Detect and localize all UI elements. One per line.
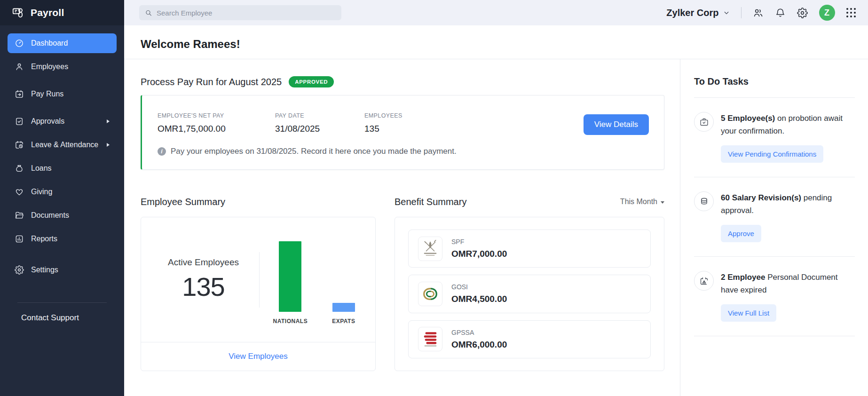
benefit-row-gpssa: GPSSA OMR6,000.00: [408, 320, 651, 358]
task-count: 60 Salary Revision(s): [721, 193, 801, 202]
view-details-button[interactable]: View Details: [584, 114, 649, 135]
benefit-amount: OMR7,000.00: [451, 249, 507, 259]
welcome-section: Welcome Ramees!: [124, 25, 868, 59]
person-icon: [15, 62, 24, 71]
nationals-label: NATIONALS: [273, 318, 308, 325]
sidebar-item-loans[interactable]: Loans: [8, 158, 117, 178]
calendar-alert-icon: [694, 271, 714, 291]
period-filter-dropdown[interactable]: This Month: [620, 198, 664, 206]
submenu-arrow-icon: [107, 143, 110, 147]
payrun-header: Process Pay Run for August 2025 APPROVED: [141, 76, 664, 87]
coins-icon: [694, 191, 714, 211]
folder-icon: [15, 211, 24, 220]
payrun-note-text: Pay your employees on 31/08/2025. Record…: [171, 147, 457, 156]
task-pending-confirmations: 5 Employee(s) on probotion await your co…: [694, 98, 855, 177]
task-text: 2 Employee Personal Document have expire…: [721, 271, 855, 296]
sidebar-item-pay-runs[interactable]: Pay Runs: [8, 84, 117, 104]
calendar-clock-icon: [15, 140, 24, 150]
sidebar-item-label: Documents: [31, 211, 69, 220]
benefit-info: GOSI OMR4,500.00: [451, 283, 507, 304]
sidebar-item-employees[interactable]: Employees: [8, 57, 117, 77]
benefit-info: SPF OMR7,000.00: [451, 238, 507, 259]
sidebar-item-leave-attendance[interactable]: Leave & Attendance: [8, 135, 117, 155]
payrun-title: Process Pay Run for August 2025: [141, 77, 282, 87]
sidebar-item-dashboard[interactable]: Dashboard: [8, 33, 117, 53]
settings-gear-icon[interactable]: [797, 8, 808, 18]
task-text: 60 Salary Revision(s) pending approval.: [721, 191, 855, 217]
employee-summary-footer: View Employees: [141, 342, 375, 371]
search-input[interactable]: [157, 9, 336, 17]
submenu-arrow-icon: [107, 119, 110, 123]
sidebar-item-label: Pay Runs: [31, 90, 63, 98]
view-employees-link[interactable]: View Employees: [229, 352, 287, 361]
sidebar-item-reports[interactable]: Reports: [8, 229, 117, 249]
contact-support-link[interactable]: Contact Support: [8, 303, 117, 323]
sidebar-item-giving[interactable]: Giving: [8, 182, 117, 202]
sidebar-item-label: Approvals: [31, 117, 64, 126]
apps-grid-icon[interactable]: [846, 8, 856, 18]
payrun-card: EMPLOYEE'S NET PAY OMR1,75,000.00 PAY DA…: [141, 95, 664, 170]
benefit-amount: OMR6,000.00: [451, 340, 507, 350]
task-count: 5 Employee(s): [721, 114, 775, 123]
status-badge: APPROVED: [289, 76, 334, 87]
dashboard-icon: [15, 39, 24, 48]
payrun-stats: EMPLOYEE'S NET PAY OMR1,75,000.00 PAY DA…: [158, 112, 647, 134]
stat-employees: EMPLOYEES 135: [364, 112, 402, 134]
org-switcher[interactable]: Zylker Corp: [666, 8, 729, 18]
task-expired-documents: 2 Employee Personal Document have expire…: [694, 257, 855, 336]
search-icon: [145, 9, 152, 17]
active-employees-count: 135: [150, 271, 256, 302]
stat-value: 135: [364, 124, 402, 134]
sidebar-item-label: Settings: [31, 266, 58, 274]
notifications-bell-icon[interactable]: [775, 8, 786, 18]
money-bag-icon: [15, 164, 24, 173]
gpssa-logo: [418, 327, 442, 351]
users-icon[interactable]: [753, 8, 764, 18]
chart-divider: [259, 252, 260, 308]
employee-summary-section: Employee Summary Active Employees 135: [141, 196, 376, 371]
sidebar-item-documents[interactable]: Documents: [8, 206, 117, 225]
period-filter-value: This Month: [620, 198, 657, 206]
view-pending-confirmations-button[interactable]: View Pending Confirmations: [721, 145, 823, 163]
payroll-app: Payroll Dashboard Employees Pay: [0, 0, 868, 396]
benefit-amount: OMR4,500.00: [451, 294, 507, 304]
payrun-note: i Pay your employees on 31/08/2025. Reco…: [158, 147, 647, 156]
benefit-info: GPSSA OMR6,000.00: [451, 329, 507, 350]
active-employees-label: Active Employees: [150, 257, 256, 268]
stat-value: 31/08/2025: [275, 124, 364, 134]
app-title: Payroll: [31, 7, 64, 18]
page-title: Welcome Ramees!: [141, 38, 852, 51]
benefit-summary-header: Benefit Summary This Month: [395, 196, 664, 207]
benefit-row-spf: SPF OMR7,000.00: [408, 230, 651, 268]
stat-label: EMPLOYEE'S NET PAY: [158, 112, 275, 119]
sidebar-nav: Dashboard Employees Pay Runs Approva: [0, 25, 124, 323]
app-logo: Payroll: [0, 0, 124, 25]
bar-chart: NATIONALS EXPATS: [262, 235, 366, 325]
bar-group-nationals: NATIONALS: [273, 241, 308, 325]
benefit-summary-section: Benefit Summary This Month: [395, 196, 664, 371]
stat-value: OMR1,75,000.00: [158, 124, 275, 134]
topbar-right-cluster: Zylker Corp Z: [666, 5, 856, 21]
main-column: Process Pay Run for August 2025 APPROVED…: [124, 59, 680, 396]
sidebar-item-label: Employees: [31, 63, 68, 71]
sidebar-item-approvals[interactable]: Approvals: [8, 111, 117, 131]
benefit-name: GOSI: [451, 283, 507, 291]
content-area: Zylker Corp Z Welc: [124, 0, 868, 396]
sidebar-item-settings[interactable]: Settings: [8, 260, 117, 280]
employee-search[interactable]: [139, 5, 341, 20]
employee-chart: Active Employees 135 NATIONALS: [141, 217, 375, 342]
employee-summary-title: Employee Summary: [141, 197, 225, 207]
user-avatar[interactable]: Z: [819, 5, 835, 21]
task-salary-revisions: 60 Salary Revision(s) pending approval. …: [694, 177, 855, 257]
stat-net-pay: EMPLOYEE'S NET PAY OMR1,75,000.00: [158, 112, 275, 134]
benefit-row-gosi: GOSI OMR4,500.00: [408, 275, 651, 313]
view-full-list-button[interactable]: View Full List: [721, 304, 776, 322]
active-employees-stat: Active Employees 135: [150, 257, 256, 302]
benefit-name: GPSSA: [451, 329, 507, 336]
approve-button[interactable]: Approve: [721, 225, 761, 242]
benefit-summary-card: SPF OMR7,000.00: [395, 217, 664, 371]
summaries-row: Employee Summary Active Employees 135: [141, 196, 664, 371]
sidebar: Payroll Dashboard Employees Pay: [0, 0, 124, 396]
payroll-logo-icon: [12, 7, 24, 19]
task-text: 5 Employee(s) on probotion await your co…: [721, 112, 855, 137]
